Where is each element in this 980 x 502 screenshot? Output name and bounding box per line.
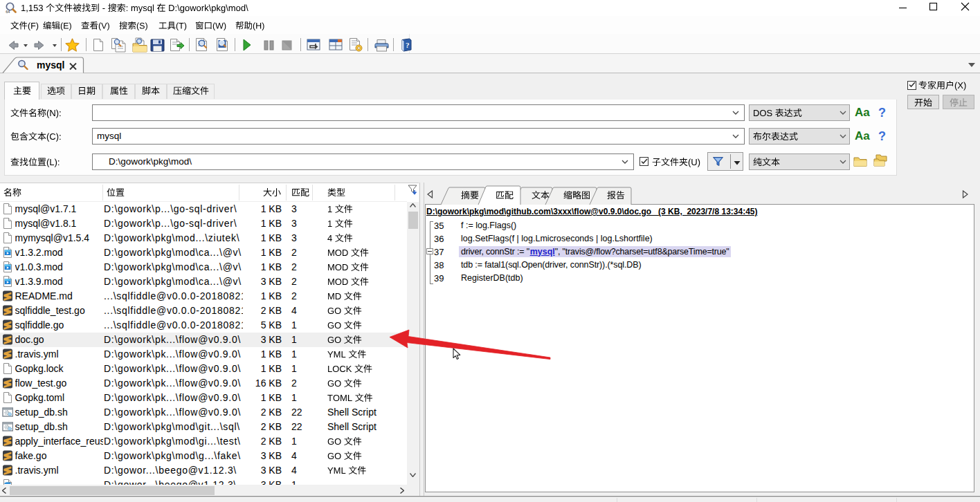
svg-text:64: 64: [6, 10, 10, 14]
svg-text:?: ?: [406, 41, 410, 49]
